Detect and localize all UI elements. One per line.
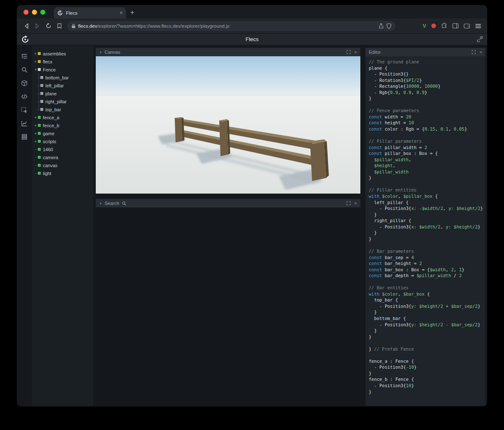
close-icon[interactable]: × (354, 201, 357, 206)
entity-kind-square (40, 84, 43, 87)
url-text: flecs.dev/explorer/?wasm=https://www.fle… (78, 24, 376, 29)
main-area: ▸assemblies▸flecs▾Fencebottom_barleft_pi… (17, 45, 487, 406)
code-line: bottom_bar { (369, 315, 482, 322)
tree-item-game[interactable]: ▸game (32, 129, 93, 137)
reload-button[interactable] (43, 21, 54, 31)
tree-item-right_pillar[interactable]: right_pillar (32, 97, 93, 105)
entity-label: plane (45, 91, 57, 96)
code-line (369, 352, 482, 358)
tree-item-1460[interactable]: 1460 (32, 145, 93, 153)
expand-arrow-icon[interactable]: ▸ (34, 115, 38, 119)
code-line: plane { (369, 65, 482, 71)
red-dot-extension-icon[interactable] (431, 24, 436, 28)
fence-right-pillar (310, 139, 329, 181)
code-line (369, 102, 482, 108)
v-extension-icon[interactable]: V (423, 23, 426, 29)
code-icon[interactable] (19, 92, 29, 102)
code-line: const width = 20 (369, 114, 482, 120)
tree-item-camera[interactable]: camera (32, 153, 93, 161)
tree-item-bottom_bar[interactable]: bottom_bar (32, 73, 93, 81)
tree-item-left_pillar[interactable]: left_pillar (32, 81, 93, 89)
search-icon[interactable] (19, 65, 29, 75)
chevron-down-icon[interactable]: ▼ (99, 51, 102, 54)
entity-kind-square (40, 76, 43, 79)
entity-label: top_bar (45, 107, 61, 112)
url-domain: flecs.dev (78, 24, 97, 29)
code-line: - Position3{x: $width/2, y: $height/2} (369, 224, 482, 230)
share-icon[interactable] (378, 23, 384, 29)
search-icon (122, 201, 126, 206)
wallet-icon[interactable] (464, 23, 470, 29)
entity-label: camera (43, 155, 58, 160)
entity-tree-icon[interactable] (19, 51, 29, 61)
tree-item-canvas[interactable]: canvas (32, 161, 93, 169)
minimize-window-button[interactable] (32, 10, 37, 15)
entity-kind-square (38, 140, 41, 143)
expand-arrow-icon[interactable]: ▸ (34, 139, 38, 143)
tree-item-flecs[interactable]: ▸flecs (32, 58, 93, 66)
menu-icon[interactable] (475, 24, 481, 29)
tree-item-light[interactable]: light (32, 169, 93, 177)
tree-item-fence_a[interactable]: ▸fence_a (32, 113, 93, 121)
bookmark-icon[interactable] (54, 21, 65, 31)
fence-left-pillar (175, 117, 184, 142)
code-line: - Position3{x: -$width/2, y: $height/2} (369, 205, 482, 212)
tree-item-top_bar[interactable]: top_bar (32, 105, 93, 113)
expand-icon[interactable] (472, 50, 476, 54)
expand-icon[interactable] (346, 201, 351, 205)
code-line: const bar_height = 2 (369, 260, 482, 267)
code-line: // Bar entities (369, 285, 482, 291)
cube-icon[interactable] (19, 78, 29, 88)
entity-kind-square (38, 60, 41, 63)
close-window-button[interactable] (24, 10, 29, 15)
expand-arrow-icon[interactable]: ▸ (34, 131, 38, 135)
url-bar[interactable]: flecs.dev/explorer/?wasm=https://www.fle… (67, 21, 396, 31)
tree-item-assemblies[interactable]: ▸assemblies (32, 50, 93, 58)
tree-item-Fence[interactable]: ▾Fence (32, 66, 93, 73)
expand-arrow-icon[interactable]: ▸ (34, 52, 38, 55)
code-line: } (369, 309, 482, 315)
tree-item-plane[interactable]: plane (32, 89, 93, 97)
code-line: // Bar parameters (369, 248, 482, 254)
code-line: left_pillar { (369, 199, 482, 206)
new-tab-button[interactable]: + (126, 8, 139, 18)
code-line: } (369, 370, 482, 377)
code-line (369, 340, 482, 346)
collapse-arrow-icon[interactable]: ▾ (34, 68, 38, 71)
expand-icon[interactable] (346, 50, 351, 54)
close-icon[interactable]: × (354, 50, 357, 55)
back-button[interactable] (21, 21, 32, 31)
3d-viewport[interactable] (96, 56, 360, 194)
brave-shield-icon[interactable] (386, 23, 391, 29)
rows-icon[interactable] (19, 132, 29, 142)
close-icon[interactable]: × (480, 50, 482, 55)
code-line: $height, (369, 163, 482, 169)
entity-kind-square (38, 172, 41, 175)
code-line: right_pillar { (369, 218, 482, 224)
puzzle-extensions-icon[interactable] (441, 23, 447, 29)
sidebar-toggle-icon[interactable] (452, 23, 459, 29)
entity-kind-square (40, 92, 43, 95)
entity-kind-square (38, 156, 41, 159)
tree-item-fence_b[interactable]: ▸fence_b (32, 121, 93, 129)
code-line: const color : Rgb = {0.15, 0.1, 0.05} (369, 126, 482, 132)
tree-guide-line (39, 73, 39, 110)
editor-code[interactable]: // The ground planeplane { - Position3{}… (365, 56, 486, 406)
forward-button[interactable] (32, 21, 43, 31)
select-icon[interactable] (19, 105, 29, 115)
entity-label: right_pillar (45, 99, 67, 104)
chevron-down-icon[interactable]: ▼ (99, 202, 102, 205)
code-line (369, 132, 482, 139)
editor-panel: Editor × // The ground planeplane { - Po… (365, 48, 486, 406)
expand-arrow-icon[interactable]: ▸ (34, 123, 38, 127)
tab-close-icon[interactable]: × (119, 10, 123, 16)
chart-icon[interactable] (19, 118, 29, 128)
zoom-window-button[interactable] (40, 10, 45, 15)
search-panel-title: Search (105, 201, 119, 206)
browser-tab[interactable]: Flecs × (54, 7, 126, 18)
code-line (369, 242, 482, 248)
expand-arrow-icon[interactable]: ▸ (34, 60, 38, 63)
search-panel: ▼ Search × (96, 199, 360, 406)
tree-item-scripts[interactable]: ▸scripts (32, 137, 93, 145)
entity-label: game (43, 131, 55, 136)
